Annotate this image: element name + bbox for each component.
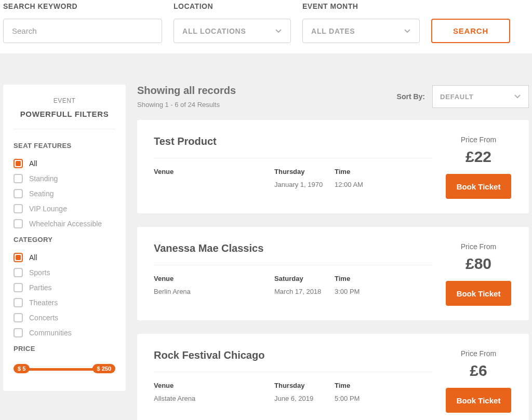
price-value: £6 (445, 362, 512, 380)
checkbox-icon (14, 189, 23, 198)
category-item[interactable]: All (14, 253, 115, 262)
divider (154, 265, 432, 265)
date-value: June 6, 2019 (274, 395, 335, 402)
event-card-main: Test ProductVenueThursdayJanuary 1, 1970… (154, 136, 432, 199)
checkbox-icon (14, 313, 23, 322)
results-heading-group: Showing all records Showing 1 - 6 of 24 … (137, 85, 236, 109)
price-value: £80 (445, 255, 512, 273)
checkbox-icon (14, 298, 23, 307)
date-col: ThursdayJune 6, 2019 (274, 382, 335, 402)
checkbox-icon (14, 204, 23, 213)
location-select[interactable]: ALL LOCATIONS (174, 19, 291, 43)
time-value: 5:00 PM (335, 395, 432, 402)
chevron-down-icon (275, 28, 282, 35)
date-col: ThursdayJanuary 1, 1970 (274, 168, 335, 188)
search-input[interactable] (3, 19, 162, 43)
sort-label: Sort By: (397, 92, 425, 101)
event-list: Test ProductVenueThursdayJanuary 1, 1970… (137, 120, 529, 420)
time-col: Time12:00 AM (335, 168, 432, 188)
price-min-handle[interactable]: $ 5 (14, 364, 30, 373)
results-section: Showing all records Showing 1 - 6 of 24 … (137, 85, 529, 420)
checkbox-icon (14, 219, 23, 228)
search-bar: SEARCH KEYWORD LOCATION ALL LOCATIONS EV… (0, 0, 532, 53)
checkbox-icon (14, 268, 23, 277)
seat-features-title: SEAT FEATURES (14, 142, 115, 150)
book-ticket-button[interactable]: Book Ticket (446, 281, 511, 306)
chevron-down-icon (514, 93, 521, 100)
checkbox-icon (14, 253, 23, 262)
seat-feature-item[interactable]: Standing (14, 174, 115, 183)
event-meta: VenueThursdayJanuary 1, 1970Time12:00 AM (154, 168, 432, 188)
category-item[interactable]: Parties (14, 283, 115, 292)
time-header: Time (335, 168, 432, 175)
day-value: Thursday (274, 382, 335, 389)
results-heading: Showing all records (137, 85, 236, 97)
day-value: Saturday (274, 275, 335, 282)
venue-col: VenueBerlin Arena (154, 275, 274, 295)
sidebar-eyebrow: EVENT (14, 97, 115, 104)
event-month-select[interactable]: ALL DATES (302, 19, 420, 43)
event-card: Rock Festival ChicagoVenueAllstate Arena… (137, 334, 529, 420)
time-header: Time (335, 275, 432, 282)
venue-col: VenueAllstate Arena (154, 382, 274, 402)
sidebar-header: EVENT POWERFULL FILTERS (14, 97, 115, 129)
category-item[interactable]: Sports (14, 268, 115, 277)
divider (154, 158, 432, 158)
venue-header: Venue (154, 168, 274, 175)
category-label: Theaters (29, 299, 58, 307)
category-item[interactable]: Communities (14, 328, 115, 337)
time-col: Time3:00 PM (335, 275, 432, 295)
seat-feature-item[interactable]: Seating (14, 189, 115, 198)
seat-feature-item[interactable]: All (14, 159, 115, 168)
checkbox-icon (14, 283, 23, 292)
event-title: Test Product (154, 136, 432, 147)
venue-value: Allstate Arena (154, 395, 274, 402)
date-value: March 17, 2018 (274, 288, 335, 295)
time-value: 12:00 AM (335, 181, 432, 188)
price-slider[interactable]: $ 5 $ 250 (14, 364, 115, 375)
search-button[interactable]: SEARCH (431, 19, 510, 43)
location-label: LOCATION (174, 2, 291, 10)
price-value: £22 (445, 148, 512, 166)
results-subtext: Showing 1 - 6 of 24 Results (137, 101, 236, 109)
venue-header: Venue (154, 275, 274, 282)
seat-feature-item[interactable]: VIP Lounge (14, 204, 115, 213)
category-list: AllSportsPartiesTheatersConcertsCommunit… (14, 253, 115, 337)
event-card-side: Price From£22Book Ticket (445, 136, 512, 199)
time-header: Time (335, 382, 432, 389)
event-card: Vanessa Mae ClassicsVenueBerlin ArenaSat… (137, 227, 529, 320)
event-month-label: EVENT MONTH (302, 2, 420, 10)
price-max-handle[interactable]: $ 250 (92, 364, 115, 373)
seat-feature-item[interactable]: Wheelchair Accessible (14, 219, 115, 228)
event-card-side: Price From£6Book Ticket (445, 349, 512, 413)
time-value: 3:00 PM (335, 288, 432, 295)
category-label: Parties (29, 283, 52, 292)
event-month-group: EVENT MONTH ALL DATES (302, 2, 420, 43)
slider-track (25, 368, 104, 371)
divider (154, 372, 432, 372)
checkbox-icon (14, 328, 23, 337)
seat-feature-label: Wheelchair Accessible (29, 220, 102, 228)
book-ticket-button[interactable]: Book Ticket (446, 388, 511, 413)
event-card-main: Rock Festival ChicagoVenueAllstate Arena… (154, 349, 432, 413)
price-from-label: Price From (445, 136, 512, 144)
date-col: SaturdayMarch 17, 2018 (274, 275, 335, 295)
sort-select[interactable]: DEFAULT (432, 85, 529, 108)
results-header: Showing all records Showing 1 - 6 of 24 … (137, 85, 529, 109)
date-value: January 1, 1970 (274, 181, 335, 188)
price-from-label: Price From (445, 242, 512, 251)
venue-value: Berlin Arena (154, 288, 274, 295)
event-title: Rock Festival Chicago (154, 349, 432, 361)
main-content: EVENT POWERFULL FILTERS SEAT FEATURES Al… (0, 53, 532, 420)
category-item[interactable]: Concerts (14, 313, 115, 322)
event-meta: VenueAllstate ArenaThursdayJune 6, 2019T… (154, 382, 432, 402)
event-card: Test ProductVenueThursdayJanuary 1, 1970… (137, 120, 529, 213)
search-keyword-label: SEARCH KEYWORD (3, 2, 162, 10)
book-ticket-button[interactable]: Book Ticket (446, 174, 511, 199)
seat-feature-label: VIP Lounge (29, 205, 67, 213)
seat-feature-label: Standing (29, 174, 58, 183)
category-label: Communities (29, 329, 72, 337)
search-keyword-group: SEARCH KEYWORD (3, 2, 162, 43)
price-from-label: Price From (445, 349, 512, 358)
category-item[interactable]: Theaters (14, 298, 115, 307)
